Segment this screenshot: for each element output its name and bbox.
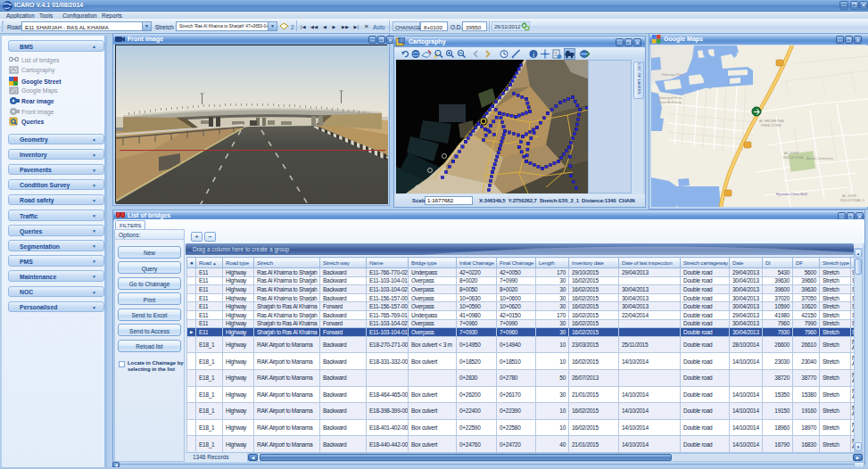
svg-text:Hamriya Port: Hamriya Port	[662, 72, 683, 77]
svg-text:INDUSTRIAL: INDUSTRIAL	[783, 155, 806, 160]
svg-text:i: i	[533, 51, 534, 59]
svg-text:Hyundai China Mall: Hyundai China Mall	[776, 192, 807, 196]
svg-text:Zone Authority: Zone Authority	[658, 100, 682, 104]
svg-text:INDUSTRIAL 3: INDUSTRIAL 3	[840, 198, 865, 202]
svg-text:Ajman Cemetery: Ajman Cemetery	[806, 156, 833, 160]
svg-text:FREE ZONE: FREE ZONE	[761, 123, 781, 128]
